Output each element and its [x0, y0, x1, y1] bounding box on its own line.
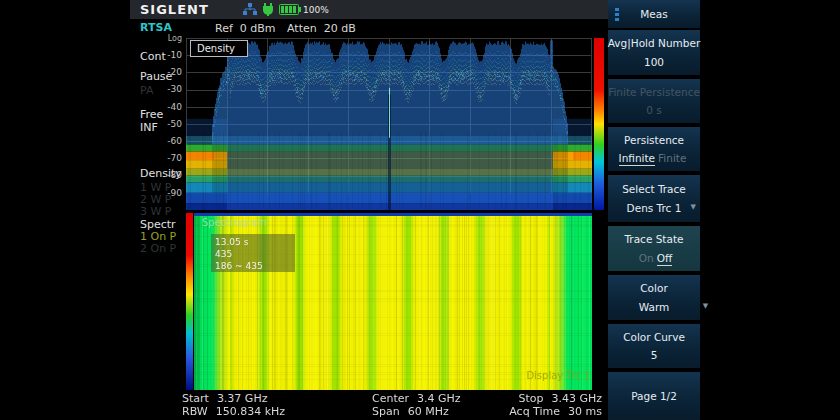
power-plug-icon — [262, 3, 274, 16]
marker-time: 13.05 s — [215, 236, 295, 248]
battery-percentage: 100% — [303, 5, 329, 15]
spectrogram-trace-label: Display Trc 1 — [492, 370, 590, 381]
menu-dots-icon — [615, 8, 619, 21]
y-tick: -20 — [130, 67, 182, 77]
rbw-value: RBW150.834 kHz — [182, 405, 285, 418]
y-tick: -60 — [130, 136, 182, 146]
y-tick: -90 — [130, 188, 182, 198]
density-trace-3: 3 W P — [140, 205, 172, 218]
attenuation: Atten 20 dB — [287, 22, 356, 35]
marker-range: 186 ~ 435 — [215, 260, 295, 272]
option-finite[interactable]: Finite — [658, 152, 686, 164]
softkey-finite-persistence[interactable]: Finite Persistence 0 s — [608, 79, 700, 123]
softkey-page[interactable]: Page 1/2 — [608, 372, 700, 420]
y-tick: -50 — [130, 119, 182, 129]
start-frequency: Start3.37 GHz — [182, 392, 267, 405]
density-display — [186, 35, 592, 210]
option-off[interactable]: Off — [657, 252, 673, 266]
softkey-color[interactable]: Color Warm▼ — [608, 275, 700, 320]
battery-icon — [279, 4, 301, 15]
spectrogram-colorbar — [186, 213, 193, 390]
marker-row: 435 — [215, 248, 295, 260]
spectrogram-marker-readout: 13.05 s 435 186 ~ 435 — [211, 234, 295, 272]
y-tick: -80 — [130, 170, 182, 180]
option-infinite[interactable]: Infinite — [619, 152, 656, 166]
span-value: Span60 MHz — [372, 405, 449, 418]
analyzer-screen: SIGLENT 100% RTSA Ref 0 dBm Atten 20 dB … — [0, 0, 840, 420]
softkey-color-curve[interactable]: Color Curve 5 — [608, 324, 700, 368]
softkey-menu: Meas Avg|Hold Number 100 Finite Persiste… — [608, 0, 700, 420]
y-tick: -40 — [130, 102, 182, 112]
y-tick: -30 — [130, 84, 182, 94]
center-frequency: Center3.4 GHz — [372, 392, 461, 405]
spectrogram-title: Spectrogram — [202, 217, 267, 228]
spectrogram-trace-2: 2 On P — [140, 242, 176, 255]
y-tick: -10 — [130, 50, 182, 60]
ref-level: Ref 0 dBm — [215, 22, 276, 35]
option-on[interactable]: On — [639, 252, 654, 264]
mode-label: RTSA — [140, 21, 172, 34]
siglent-logo: SIGLENT — [140, 2, 209, 17]
softkey-select-trace[interactable]: Select Trace Dens Trc 1▼ — [608, 175, 700, 222]
dropdown-arrow-icon: ▼ — [691, 203, 696, 211]
density-colorbar — [594, 38, 604, 210]
scale-type-label: Log — [130, 34, 182, 43]
y-tick: -70 — [130, 153, 182, 163]
stop-frequency: Stop3.43 GHz — [482, 392, 602, 405]
density-title-box: Density — [190, 40, 248, 57]
dropdown-arrow-icon: ▼ — [703, 302, 708, 310]
menu-header-meas[interactable]: Meas — [608, 0, 700, 28]
acq-time: Acq Time30 ms — [482, 405, 602, 418]
lan-icon — [243, 3, 257, 16]
softkey-persistence[interactable]: Persistence InfiniteFinite — [608, 127, 700, 171]
softkey-avg-hold-number[interactable]: Avg|Hold Number 100 — [608, 30, 700, 75]
softkey-trace-state[interactable]: Trace State OnOff — [608, 226, 700, 271]
